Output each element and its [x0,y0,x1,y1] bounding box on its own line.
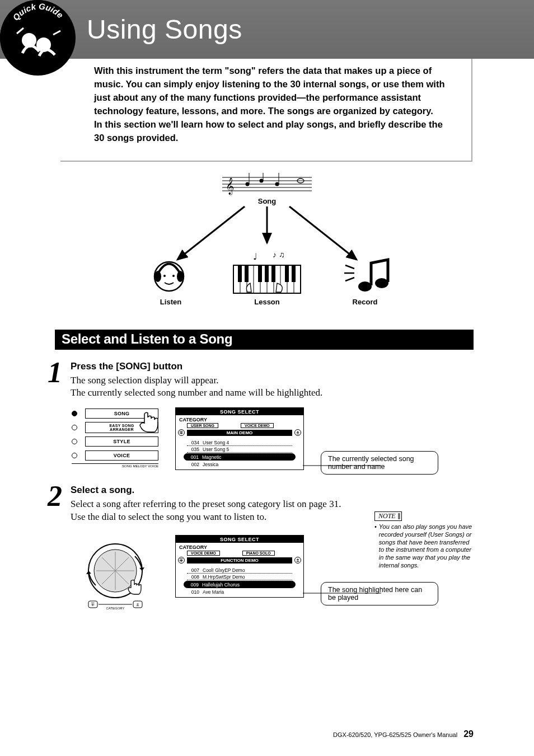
lcd-row: 008M.HrpSwtSpr Demo [187,574,292,580]
voice-button[interactable]: VOICE [85,450,158,461]
step2-title: Select a song. [71,485,474,496]
led-icon [72,453,77,458]
song-flow-diagram: 𝄞 Song Listen ♩♪ ♫ [62,173,472,318]
section-heading: Select and Listen to a Song [55,330,474,350]
lcd1-category: CATEGORY [176,415,303,423]
listen-icon [154,262,184,291]
callout-connector [303,462,381,479]
page-title: Using Songs [87,14,242,45]
lcd1-list: 034User Song 4035User Song 5001Magnetic0… [176,438,303,469]
lcd-left-arrow-icon[interactable]: ∓ [178,557,185,564]
lcd-row: 002Jessica [187,461,292,467]
callout-connector [303,590,381,607]
svg-point-14 [275,182,279,186]
led-icon [72,439,77,444]
step2-line1: Select a song after referring to the pre… [71,498,474,511]
lcd2-bar: FUNCTION DEMO [187,557,292,564]
style-button[interactable]: STYLE [85,436,158,447]
svg-rect-39 [258,265,262,282]
page-header: Quick Guide Using Songs [0,0,534,59]
svg-point-47 [358,281,372,292]
svg-rect-42 [285,265,289,282]
lcd-right-arrow-icon[interactable]: ± [294,557,301,564]
lcd-screen-2: SONG SELECT CATEGORY VOICE DEMO PIANO SO… [175,535,304,598]
lesson-icon: ♩♪ ♫ [233,250,301,293]
lcd-row: 034User Song 4 [187,439,292,446]
lcd2-list: 007Cool! GlxyEP Demo008M.HrpSwtSpr Demo0… [176,566,303,597]
svg-rect-40 [265,265,269,282]
svg-point-0 [0,0,75,75]
svg-point-12 [260,179,264,182]
svg-line-44 [345,265,354,269]
note-label: NOTE [374,511,402,521]
svg-text:♪ ♫: ♪ ♫ [273,250,284,259]
svg-point-10 [246,182,250,186]
note-box: NOTE •You can also play songs you have r… [374,511,472,570]
step-number: 2 [44,485,66,524]
svg-line-17 [177,206,245,260]
svg-text:±: ± [136,602,139,607]
page-footer: DGX-620/520, YPG-625/525 Owner's Manual … [333,729,474,739]
step1-title: Press the [SONG] button [71,361,474,372]
intro-text: With this instrument the term "song" ref… [60,59,472,162]
intro-p1: With this instrument the term "song" ref… [94,64,455,118]
music-staff-icon: 𝄞 [222,173,312,195]
led-icon [72,411,77,416]
lcd1-tab-left: USER SONG [187,423,218,428]
lcd2-category: CATEGORY [176,543,303,551]
song-melody-voice-label: SONG MELODY VOICE [72,463,158,468]
quick-guide-badge: Quick Guide [0,0,76,76]
lcd2-tab-left: VOICE DEMO [187,551,220,556]
lcd-row: 001Magnetic [184,453,296,461]
step-number: 1 [44,361,66,400]
diagram-lesson-label: Lesson [254,298,280,306]
led-icon [72,425,77,430]
dial-control[interactable]: ∓ ± CATEGORY [72,535,158,613]
lcd1-bar: MAIN DEMO [187,430,292,436]
diagram-record-label: Record [353,298,378,306]
svg-point-24 [172,275,175,277]
diagram-song-label: Song [258,197,277,205]
page-number: 29 [463,729,474,739]
svg-rect-38 [245,265,249,282]
svg-line-19 [289,206,357,260]
intro-p2: In this section we'll learn how to selec… [94,118,455,145]
lcd-screen-1: SONG SELECT CATEGORY USER SONG VOICE DEM… [175,407,304,470]
svg-rect-41 [271,265,275,282]
svg-line-46 [345,278,354,281]
panel-buttons: SONG EASY SONG ARRANGER STYLE VOICE SONG… [72,407,158,468]
lcd-row: 009Hallelujah Chorus [184,581,296,588]
dial-category-label: CATEGORY [106,607,124,610]
hand-pointer-icon [138,410,162,434]
step1-figure: SONG EASY SONG ARRANGER STYLE VOICE SONG… [72,407,474,475]
lcd2-title: SONG SELECT [176,536,303,543]
record-icon [344,260,388,292]
step1-line2: The currently selected song number and n… [71,387,474,400]
lcd-right-arrow-icon[interactable]: ± [294,429,301,436]
svg-point-23 [163,275,166,277]
lcd1-tab-right: VOICE DEMO [241,423,274,428]
step-1: 1 Press the [SONG] button The song selec… [44,361,474,400]
lcd1-title: SONG SELECT [176,408,303,415]
svg-point-21 [154,271,161,282]
lcd-row: 035User Song 5 [187,446,292,453]
svg-rect-37 [238,265,242,282]
svg-text:∓: ∓ [91,602,95,607]
lcd2-tab-right: PIANO SOLO [242,551,275,556]
diagram-listen-label: Listen [160,298,181,306]
lcd-left-arrow-icon[interactable]: ∓ [178,429,185,436]
svg-point-22 [177,271,184,282]
svg-rect-43 [292,265,296,282]
svg-text:𝄞: 𝄞 [226,177,234,195]
note-text: You can also play songs you have recorde… [379,523,472,570]
svg-text:♩: ♩ [253,252,257,261]
lcd-row: 010Ave Maria [187,589,292,595]
svg-point-48 [375,278,388,288]
step1-line1: The song selection display will appear. [71,374,474,387]
footer-text: DGX-620/520, YPG-625/525 Owner's Manual [333,731,457,738]
lcd-row: 007Cool! GlxyEP Demo [187,567,292,574]
